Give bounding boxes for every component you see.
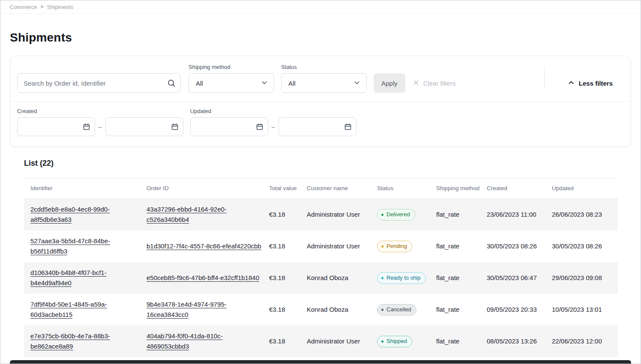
chevron-down-icon [353,79,360,87]
table-row: d106340b-b4b8-4f07-bcf1-b4e4d9af94e0 e50… [24,262,618,294]
status-badge-label: Cancelled [386,306,411,313]
order-id-link[interactable]: 43a37296-ebbd-4164-92e0-c526a340b6b4 [147,206,227,223]
total-value-cell: €3.18 [269,294,307,325]
column-header-order-id: Order ID [147,179,269,199]
total-value-cell: €3.18 [269,230,307,262]
status-dot-icon [381,277,383,279]
clear-filters-label: Clear filters [423,80,456,87]
total-value-cell: €3.18 [269,199,307,231]
shipping-method-cell: flat_rate [436,230,487,262]
range-separator: – [272,123,275,130]
main-content: Shipments Shipping method All [0,31,641,357]
status-cell: Delivered [377,199,436,231]
bottom-bar [10,360,631,364]
calendar-icon [256,123,264,132]
status-cell: Shipped [377,325,436,357]
column-header-customer-name: Customer name [307,179,377,199]
status-badge: Ready to ship [377,272,426,284]
shipping-method-cell: flat_rate [436,294,487,325]
table-row: e7e375cb-6b0b-4e7a-88b3-be862ace8a89 404… [24,325,618,357]
search-icon [167,79,176,89]
identifier-link[interactable]: 527aae3a-5b5d-47c8-84be-b56f11d6ffb3 [30,237,110,255]
updated-cell: 10/05/2023 13:01 [552,294,618,325]
identifier-link[interactable]: e7e375cb-6b0b-4e7a-88b3-be862ace8a89 [30,332,110,350]
breadcrumb-item-shipments[interactable]: Shipments [47,4,73,10]
filters-row-primary: Shipping method All Status All [10,56,631,101]
customer-name-cell: Administrator User [307,325,377,357]
status-dot-icon [381,309,383,311]
calendar-icon [171,123,179,132]
less-filters-button[interactable]: Less filters [568,73,613,93]
status-cell: Pending [377,230,436,262]
identifier-link[interactable]: 2cdd5eb8-e8a0-4ec8-99d0-a8f5db6e3a63 [30,206,110,223]
shipping-method-select[interactable]: All [189,73,274,93]
status-badge-label: Pending [386,243,407,250]
page-title: Shipments [10,31,631,45]
breadcrumb-bar: Commerce > Shipments [0,0,641,14]
filters-row-dates: Created [10,101,631,146]
breadcrumb-separator: > [41,4,44,10]
apply-button[interactable]: Apply [374,73,405,93]
order-id-link[interactable]: 9b4e3478-1e4d-4974-9795-16cea3843cc0 [147,301,227,318]
status-badge: Pending [377,241,412,252]
status-dot-icon [381,245,383,248]
shipping-method-value: All [196,80,203,87]
updated-cell: 22/06/2023 12:00 [552,325,618,357]
status-badge: Delivered [377,209,415,221]
status-cell: Cancelled [377,294,436,325]
total-value-cell: €3.18 [269,262,307,294]
shipping-method-cell: flat_rate [436,325,487,357]
created-filter-group: Created [17,108,183,136]
range-separator: – [99,123,102,130]
table-row: 527aae3a-5b5d-47c8-84be-b56f11d6ffb3 b1d… [24,230,618,262]
column-header-status: Status [377,179,436,199]
order-id-link[interactable]: b1d30f12-7f4c-4557-8c66-efeaf4220cbb [147,242,261,250]
updated-to-field [279,117,356,136]
table-row: 7df9f4bd-50e1-4845-a59a-60d3acbeb115 9b4… [24,294,618,325]
identifier-link[interactable]: 7df9f4bd-50e1-4845-a59a-60d3acbeb115 [30,301,107,318]
created-to-field [105,117,183,136]
shipments-table: Identifier Order ID Total value Customer… [24,178,618,357]
column-header-total-value: Total value [269,179,307,199]
shipping-method-cell: flat_rate [436,199,487,231]
column-header-created: Created [487,179,552,199]
status-field: Status All [281,64,367,93]
status-badge: Shipped [377,336,412,347]
status-dot-icon [381,340,383,343]
status-badge-label: Shipped [386,338,407,345]
customer-name-cell: Administrator User [307,230,377,262]
shipping-method-field: Shipping method All [189,64,274,93]
search-input[interactable] [17,73,181,93]
table-header-row: Identifier Order ID Total value Customer… [24,179,618,199]
column-header-updated: Updated [552,179,618,199]
status-badge-label: Ready to ship [386,274,421,282]
updated-label: Updated [190,108,356,114]
chevron-up-icon [568,79,575,87]
updated-filter-group: Updated [190,108,356,136]
updated-from-field [190,117,268,136]
breadcrumb-item-commerce[interactable]: Commerce [10,4,37,10]
status-cell: Ready to ship [377,262,436,294]
less-filters-label: Less filters [579,80,613,87]
shipments-page: Commerce > Shipments Shipments [0,0,641,364]
created-cell: 30/05/2023 08:26 [487,230,552,262]
created-cell: 23/06/2023 11:00 [487,199,552,231]
list-title: List (22) [24,159,617,168]
order-id-link[interactable]: e50ceb85-f9c6-47b6-bff4-e32cff1b1840 [147,274,259,281]
created-label: Created [17,108,183,114]
customer-name-cell: Konrad Oboza [307,262,377,294]
status-select[interactable]: All [281,73,367,93]
clear-filters-button[interactable]: Clear filters [412,73,456,93]
filters-divider [544,67,545,90]
identifier-link[interactable]: d106340b-b4b8-4f07-bcf1-b4e4d9af94e0 [30,269,107,286]
status-badge-label: Delivered [386,211,410,218]
shipping-method-cell: flat_rate [436,262,487,294]
customer-name-cell: Administrator User [307,199,377,231]
status-label: Status [281,64,367,70]
order-id-link[interactable]: 404ab794-f0f0-41da-810c-4869053cbbd3 [147,332,223,350]
close-icon [412,79,420,88]
created-cell: 08/05/2023 13:26 [487,325,552,357]
status-badge: Cancelled [377,304,416,316]
updated-cell: 26/06/2023 08:23 [552,199,618,231]
customer-name-cell: Konrad Oboza [307,294,377,325]
